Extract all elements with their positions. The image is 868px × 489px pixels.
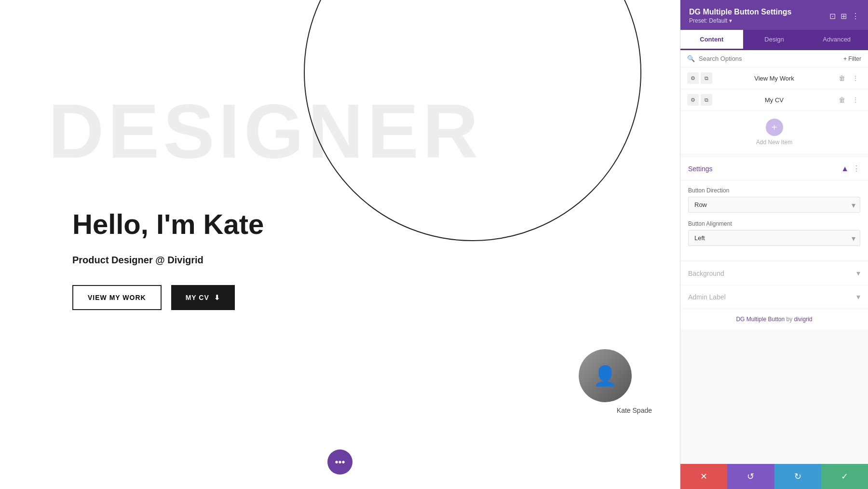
admin-label-section: Admin Label ▾ [680, 285, 868, 308]
button-direction-select[interactable]: Row Column [688, 197, 860, 213]
list-item: ⚙ ⧉ My CV 🗑 ⋮ [680, 89, 868, 111]
button-direction-field: Button Direction Row Column [688, 187, 860, 213]
item-label: View My Work [716, 75, 832, 82]
items-section: ⚙ ⧉ View My Work 🗑 ⋮ ⚙ ⧉ My CV 🗑 ⋮ [680, 68, 868, 153]
add-new-label: Add New Item [756, 139, 792, 146]
admin-label-section-header[interactable]: Admin Label ▾ [680, 285, 868, 308]
item-label: My CV [716, 96, 832, 104]
background-section-header[interactable]: Background ▾ [680, 262, 868, 285]
admin-label-chevron-icon[interactable]: ▾ [856, 292, 860, 301]
avatar: 👤 [579, 349, 632, 402]
canvas-content: DESIGNER Hello, I'm Kate Product Designe… [0, 0, 680, 489]
button-alignment-label: Button Alignment [688, 220, 860, 227]
panel-header-wrapper: DG Multiple Button Settings Preset: Defa… [680, 0, 868, 50]
button-alignment-field: Button Alignment Left Center Right [688, 220, 860, 246]
filter-button[interactable]: + Filter [843, 55, 861, 62]
button-direction-select-wrapper: Row Column [688, 197, 860, 213]
footer-by-text: by [787, 316, 794, 323]
background-chevron-icon[interactable]: ▾ [856, 269, 860, 278]
panel-tabs: Content Design Advanced [680, 30, 868, 50]
tab-advanced[interactable]: Advanced [805, 30, 868, 50]
item-delete-icon[interactable]: 🗑 [836, 94, 848, 106]
panel-icon-layout[interactable]: ⊞ [841, 12, 847, 21]
item-settings-icon[interactable]: ⚙ [687, 94, 699, 106]
save-button[interactable]: ✓ [821, 464, 868, 489]
circle-decoration [304, 0, 641, 241]
item-duplicate-icon[interactable]: ⧉ [701, 94, 712, 106]
canvas-area: DESIGNER Hello, I'm Kate Product Designe… [0, 0, 680, 489]
canvas-button-row: VIEW MY WORK MY CV [72, 285, 608, 310]
subtitle-text: Product Designer @ Divigrid [72, 255, 608, 266]
button-alignment-select[interactable]: Left Center Right [688, 230, 860, 246]
panel-footer: DG Multiple Button by divigrid [680, 309, 868, 329]
background-section: Background ▾ [680, 262, 868, 285]
tab-design[interactable]: Design [743, 30, 806, 50]
add-new-item-area: + Add New Item [680, 111, 868, 153]
search-input[interactable] [699, 55, 840, 62]
settings-more-icon[interactable]: ⋮ [853, 164, 860, 173]
search-bar: 🔍 + Filter [680, 50, 868, 68]
item-more-icon[interactable]: ⋮ [850, 72, 861, 84]
panel-header-icons: ⊡ ⊞ ⋮ [829, 12, 859, 21]
panel-body: 🔍 + Filter ⚙ ⧉ View My Work 🗑 ⋮ [680, 50, 868, 464]
item-actions: 🗑 ⋮ [836, 72, 861, 84]
background-section-title: Background [688, 270, 856, 277]
floating-dots-button[interactable]: ••• [327, 449, 353, 475]
item-icon-group: ⚙ ⧉ [687, 94, 712, 106]
redo-button[interactable]: ↻ [774, 464, 821, 489]
footer-plugin-link[interactable]: DG Multiple Button [736, 316, 785, 323]
my-cv-button[interactable]: MY CV [171, 285, 235, 310]
panel-preset[interactable]: Preset: Default ▾ [689, 17, 791, 24]
search-icon: 🔍 [687, 55, 695, 62]
settings-section-header[interactable]: Settings ▲ ⋮ [680, 157, 868, 180]
tab-content[interactable]: Content [680, 30, 743, 50]
item-settings-icon[interactable]: ⚙ [687, 72, 699, 84]
panel-title-group: DG Multiple Button Settings Preset: Defa… [689, 8, 791, 24]
view-my-work-button[interactable]: VIEW MY WORK [72, 285, 162, 310]
add-new-button[interactable]: + [766, 119, 783, 136]
panel-icon-screen[interactable]: ⊡ [829, 12, 836, 21]
settings-body: Button Direction Row Column Button Align… [680, 180, 868, 261]
settings-section: Settings ▲ ⋮ Button Direction Row Column [680, 157, 868, 261]
settings-collapse-icon[interactable]: ▲ [841, 164, 849, 173]
item-duplicate-icon[interactable]: ⧉ [701, 72, 712, 84]
settings-section-title: Settings [688, 165, 841, 173]
item-delete-icon[interactable]: 🗑 [836, 72, 848, 84]
panel-icon-more[interactable]: ⋮ [852, 12, 859, 21]
list-item: ⚙ ⧉ View My Work 🗑 ⋮ [680, 68, 868, 89]
item-more-icon[interactable]: ⋮ [850, 94, 861, 106]
item-icon-group: ⚙ ⧉ [687, 72, 712, 84]
panel-header: DG Multiple Button Settings Preset: Defa… [680, 0, 868, 30]
settings-panel: DG Multiple Button Settings Preset: Defa… [680, 0, 868, 489]
item-actions: 🗑 ⋮ [836, 94, 861, 106]
panel-actions: ✕ ↺ ↻ ✓ [680, 464, 868, 489]
undo-button[interactable]: ↺ [727, 464, 774, 489]
admin-label-section-title: Admin Label [688, 293, 856, 301]
footer-author-link[interactable]: divigrid [794, 316, 813, 323]
bg-watermark-text: DESIGNER [48, 87, 482, 176]
profile-name-label: Kate Spade [617, 407, 652, 414]
button-alignment-select-wrapper: Left Center Right [688, 230, 860, 246]
main-heading: Hello, I'm Kate [72, 208, 608, 240]
cancel-button[interactable]: ✕ [680, 464, 727, 489]
panel-title: DG Multiple Button Settings [689, 8, 791, 16]
button-direction-label: Button Direction [688, 187, 860, 194]
